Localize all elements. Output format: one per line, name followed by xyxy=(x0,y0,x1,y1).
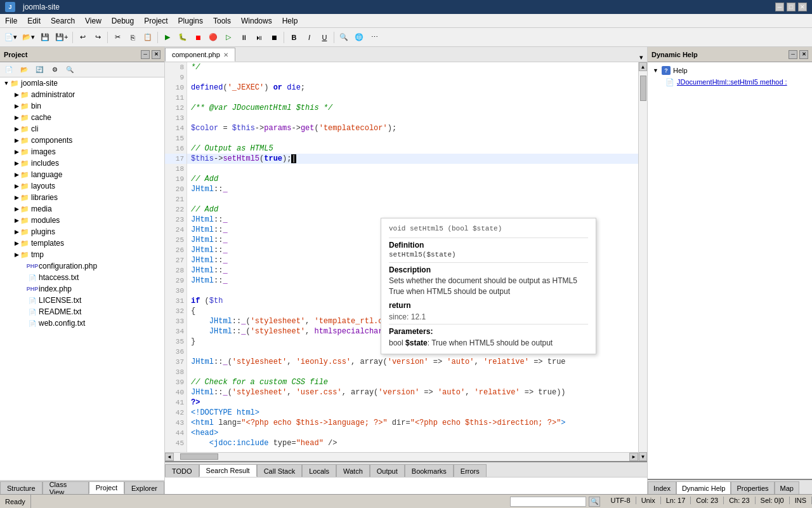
menu-search[interactable]: Search xyxy=(46,15,80,27)
stop-button[interactable]: ⏹ xyxy=(191,30,205,44)
pause-button[interactable]: ⏸ xyxy=(237,30,251,44)
tab-project[interactable]: Project xyxy=(89,481,124,494)
menu-edit[interactable]: Edit xyxy=(22,15,46,27)
tree-item-index[interactable]: PHP index.php xyxy=(0,283,164,295)
tree-item-cache[interactable]: ▶ 📁 cache xyxy=(0,112,164,123)
continue-button[interactable]: ▷ xyxy=(221,30,235,44)
bottom-tab-bookmarks[interactable]: Bookmarks xyxy=(405,464,454,477)
project-panel-close[interactable]: ✕ xyxy=(152,50,160,59)
run-button[interactable]: ▶ xyxy=(160,30,174,44)
tree-item-readme[interactable]: 📄 README.txt xyxy=(0,306,164,318)
save-button[interactable]: 💾 xyxy=(38,30,52,44)
more-button[interactable]: ⋯ xyxy=(367,30,381,44)
tree-item-bin[interactable]: ▶ 📁 bin xyxy=(0,100,164,112)
tab-properties[interactable]: Properties xyxy=(731,481,774,494)
tree-item-cli[interactable]: ▶ 📁 cli xyxy=(0,123,164,135)
menu-windows[interactable]: Windows xyxy=(236,15,277,27)
tab-map[interactable]: Map xyxy=(775,481,799,494)
dynamic-help-close[interactable]: ✕ xyxy=(799,50,808,59)
tab-component-php[interactable]: component.php ✕ xyxy=(165,48,235,62)
italic-button[interactable]: I xyxy=(302,30,316,44)
save-all-button[interactable]: 💾+ xyxy=(53,30,70,44)
tree-item-components[interactable]: ▶ 📁 components xyxy=(0,135,164,146)
menu-debug[interactable]: Debug xyxy=(107,15,139,27)
scroll-track[interactable] xyxy=(639,71,647,452)
tree-item-media[interactable]: ▶ 📁 media xyxy=(0,203,164,215)
debug-button[interactable]: 🐛 xyxy=(176,30,190,44)
paste-button[interactable]: 📋 xyxy=(141,30,155,44)
tree-item-plugins[interactable]: ▶ 📁 plugins xyxy=(0,226,164,237)
maximize-button[interactable]: □ xyxy=(787,3,796,11)
tab-explorer[interactable]: Explorer xyxy=(124,481,164,494)
status-bar: Ready 🔍 UTF-8 Unix Ln: 17 Col: 23 Ch: 23… xyxy=(0,494,812,508)
tree-item-images[interactable]: ▶ 📁 images xyxy=(0,146,164,157)
project-panel-minimize[interactable]: ─ xyxy=(141,50,150,59)
menu-tools[interactable]: Tools xyxy=(208,15,236,27)
tree-item-templates[interactable]: ▶ 📁 templates xyxy=(0,237,164,249)
tree-item-administrator[interactable]: ▶ 📁 administrator xyxy=(0,89,164,100)
menu-project[interactable]: Project xyxy=(139,15,173,27)
bottom-tab-watch[interactable]: Watch xyxy=(336,464,370,477)
hscroll-track[interactable] xyxy=(174,453,629,461)
menu-plugins[interactable]: Plugins xyxy=(173,15,208,27)
code-line-38 xyxy=(187,367,638,377)
copy-button[interactable]: ⎘ xyxy=(126,30,140,44)
status-search-input[interactable] xyxy=(510,497,586,507)
menu-file[interactable]: File xyxy=(0,15,22,27)
help-tree-root[interactable]: ▼ ? Help xyxy=(650,65,809,76)
zoom-button[interactable]: 🔍 xyxy=(337,30,351,44)
tab-more-button[interactable]: ▾ xyxy=(636,53,647,62)
dynamic-help-minimize[interactable]: ─ xyxy=(789,50,797,59)
tab-close-component[interactable]: ✕ xyxy=(223,51,228,58)
bottom-tab-search-result[interactable]: Search Result xyxy=(199,464,257,477)
proj-new-btn[interactable]: 📄 xyxy=(2,63,16,77)
minimize-button[interactable]: ─ xyxy=(775,3,784,11)
proj-folder-btn[interactable]: 📂 xyxy=(17,63,31,77)
open-button[interactable]: 📂▾ xyxy=(20,30,37,44)
new-button[interactable]: 📄▾ xyxy=(3,30,19,44)
bottom-tab-call-stack[interactable]: Call Stack xyxy=(257,464,303,477)
bottom-tab-todo[interactable]: TODO xyxy=(165,464,199,477)
tab-structure[interactable]: Structure xyxy=(0,481,43,494)
hscroll-right[interactable]: ► xyxy=(629,453,638,461)
proj-refresh-btn[interactable]: 🔄 xyxy=(32,63,46,77)
scroll-down[interactable]: ▼ xyxy=(639,452,647,461)
tree-item-tmp[interactable]: ▶ 📁 tmp xyxy=(0,249,164,260)
bottom-tab-output[interactable]: Output xyxy=(370,464,405,477)
tab-dynamic-help[interactable]: Dynamic Help xyxy=(676,481,731,494)
hscroll-left[interactable]: ◄ xyxy=(165,453,174,461)
tree-item-webconfig[interactable]: 📄 web.config.txt xyxy=(0,318,164,329)
proj-search-btn[interactable]: 🔍 xyxy=(63,63,77,77)
bold-button[interactable]: B xyxy=(287,30,301,44)
tab-class-view[interactable]: Class View xyxy=(43,481,89,494)
bottom-tab-errors[interactable]: Errors xyxy=(454,464,487,477)
close-button[interactable]: ✕ xyxy=(798,3,807,11)
hscroll[interactable]: ◄ ► xyxy=(165,452,638,461)
help-tree-doc[interactable]: 📄 JDocumentHtml::setHtml5 method : xyxy=(650,76,809,88)
tree-item-license[interactable]: 📄 LICENSE.txt xyxy=(0,295,164,306)
menu-help[interactable]: Help xyxy=(277,15,303,27)
tree-item-includes[interactable]: ▶ 📁 includes xyxy=(0,157,164,169)
tree-item-libraries[interactable]: ▶ 📁 libraries xyxy=(0,192,164,203)
tree-item-layouts[interactable]: ▶ 📁 layouts xyxy=(0,180,164,192)
tree-root[interactable]: ▼ 📁 joomla-site xyxy=(0,77,164,89)
tab-index[interactable]: Index xyxy=(648,481,676,494)
bottom-tab-locals[interactable]: Locals xyxy=(302,464,336,477)
proj-settings-btn[interactable]: ⚙ xyxy=(48,63,62,77)
scroll-up[interactable]: ▲ xyxy=(639,62,647,71)
tree-item-htaccess[interactable]: 📄 htaccess.txt xyxy=(0,272,164,283)
tree-item-language[interactable]: ▶ 📁 language xyxy=(0,169,164,180)
undo-button[interactable]: ↩ xyxy=(75,30,89,44)
tree-item-configuration[interactable]: PHP configuration.php xyxy=(0,260,164,272)
pause2-button[interactable]: ⏯ xyxy=(252,30,266,44)
underline-button[interactable]: U xyxy=(317,30,331,44)
status-search-button[interactable]: 🔍 xyxy=(589,497,600,507)
browser-button[interactable]: 🌐 xyxy=(352,30,366,44)
vscroll[interactable]: ▲ ▼ xyxy=(638,62,647,461)
menu-view[interactable]: View xyxy=(80,15,107,27)
tree-item-modules[interactable]: ▶ 📁 modules xyxy=(0,215,164,226)
cut-button[interactable]: ✂ xyxy=(110,30,124,44)
stop-red-button[interactable]: 🔴 xyxy=(206,30,220,44)
redo-button[interactable]: ↪ xyxy=(91,30,105,44)
square-button[interactable]: ⏹ xyxy=(267,30,281,44)
